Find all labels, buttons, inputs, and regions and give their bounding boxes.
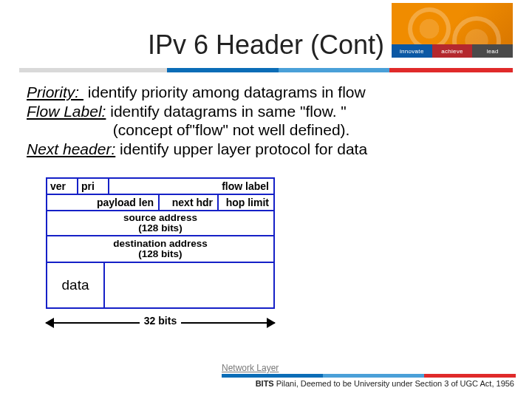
term-next-header: Next header: bbox=[27, 140, 115, 157]
term-priority: Priority: bbox=[27, 83, 83, 100]
ipv6-header-diagram: ver pri flow label payload len next hdr … bbox=[46, 177, 275, 335]
field-payload-len: payload len bbox=[47, 195, 160, 210]
field-source-address: source address(128 bits) bbox=[47, 211, 273, 235]
width-label: 32 bits bbox=[140, 315, 181, 327]
footer-link[interactable]: Network Layer bbox=[222, 363, 279, 373]
field-hop-limit: hop limit bbox=[219, 195, 273, 210]
page-title: IPv 6 Header (Cont) bbox=[0, 30, 532, 61]
header-fields-box: ver pri flow label payload len next hdr … bbox=[46, 177, 275, 263]
field-data-label: data bbox=[47, 263, 105, 307]
footer-text: BITS Pilani, Deemed to be University und… bbox=[256, 379, 514, 388]
title-rule bbox=[19, 68, 513, 72]
body-text: Priority: identify priority among datagr… bbox=[27, 83, 510, 158]
field-ver: ver bbox=[47, 179, 78, 194]
footer-rule bbox=[222, 374, 516, 378]
data-block: data bbox=[46, 263, 275, 309]
field-next-hdr: next hdr bbox=[160, 195, 219, 210]
width-indicator: 32 bits bbox=[46, 315, 275, 335]
term-flow-label: Flow Label: bbox=[27, 103, 106, 120]
field-destination-address: destination address(128 bits) bbox=[47, 236, 273, 262]
field-pri: pri bbox=[78, 179, 109, 194]
field-flow-label: flow label bbox=[109, 179, 273, 194]
